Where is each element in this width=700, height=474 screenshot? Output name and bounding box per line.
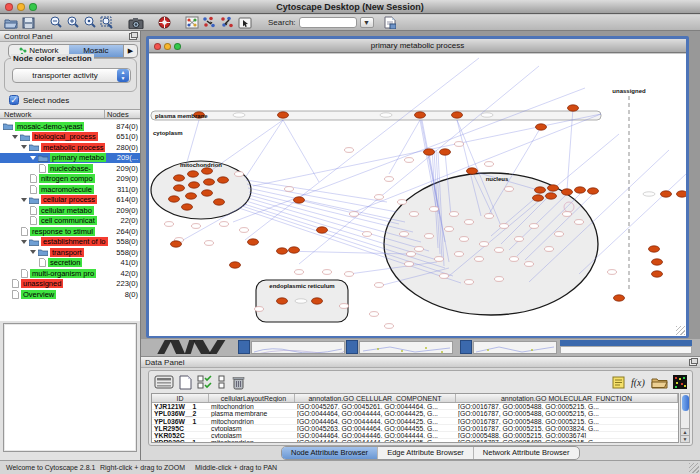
tree-row-multi-organism-pro[interactable]: multi-organism pro42(0) — [0, 268, 140, 279]
window-resize-grip[interactable] — [676, 326, 685, 335]
tab-overflow-arrow[interactable]: ▶ — [123, 45, 137, 57]
node-count: 651(0) — [116, 132, 138, 141]
zoom-fit-icon[interactable] — [100, 16, 114, 29]
matrix-icon[interactable] — [673, 375, 687, 389]
network-window-title-bar[interactable]: primary metabolic process — [149, 39, 686, 53]
background-window[interactable] — [473, 341, 557, 354]
annotation-icon[interactable] — [238, 16, 252, 29]
zoom-in-icon[interactable] — [66, 16, 80, 29]
table-row[interactable]: YKR052Ccytoplasm[GO:0044464, GO:0044446,… — [152, 432, 678, 439]
background-window[interactable] — [251, 341, 345, 354]
app-resize-grip[interactable] — [689, 463, 699, 473]
tab-edge-attribute-browser[interactable]: Edge Attribute Browser — [378, 447, 474, 459]
delete-attribute-icon[interactable] — [232, 375, 245, 390]
help-ring-icon[interactable] — [158, 16, 171, 29]
background-window[interactable] — [346, 340, 358, 354]
column-header[interactable]: annotation.GO MOLECULAR_FUNCTION — [456, 394, 678, 402]
background-window[interactable] — [560, 346, 692, 354]
search-input[interactable] — [299, 17, 357, 28]
search-dropdown-arrow[interactable]: ▼ — [360, 17, 374, 28]
save-icon[interactable] — [22, 16, 35, 29]
background-window[interactable] — [460, 340, 472, 354]
import-attributes-icon[interactable] — [651, 376, 668, 389]
tree-row-response-to-stimul[interactable]: response to stimul264(0) — [0, 226, 140, 237]
notes-icon[interactable] — [612, 375, 625, 389]
node-attribute-table[interactable]: ID_cellularLayoutRegionannotation.GO CEL… — [151, 393, 679, 443]
node-count: 41(0) — [120, 258, 138, 267]
background-window[interactable] — [359, 341, 453, 354]
attribute-table-icon[interactable] — [154, 375, 174, 389]
table-row[interactable]: YDR039C__1mitochondrion[GO:0044464, GO:0… — [152, 439, 678, 443]
tree-label: transport — [50, 248, 84, 257]
select-attributes-icon[interactable] — [197, 375, 212, 390]
layout-a-icon[interactable] — [202, 16, 217, 29]
new-attribute-icon[interactable] — [179, 375, 192, 390]
float-panel-icon[interactable] — [129, 33, 137, 40]
scrollbar-thumb[interactable] — [682, 395, 689, 411]
tree-row-biological-process[interactable]: biological_process651(0) — [0, 132, 140, 143]
table-scrollbar[interactable]: ▲ ▼ — [680, 393, 690, 443]
tree-row-nitrogen-compo[interactable]: nitrogen compo209(0) — [0, 174, 140, 185]
expand-arrow-icon[interactable] — [30, 156, 36, 160]
tree-row-primary-metabo[interactable]: primary metabo209(... — [0, 153, 140, 164]
tree-row-cell-communicat[interactable]: cell communicat22(0) — [0, 216, 140, 227]
table-row[interactable]: YJR121W__1mitochondrion[GO:0045267, GO:0… — [152, 403, 678, 410]
tab-network-attribute-browser[interactable]: Network Attribute Browser — [474, 447, 579, 459]
node-count: 874(0) — [116, 122, 138, 131]
background-window[interactable] — [209, 340, 226, 354]
gene-node — [255, 307, 264, 312]
tab-node-attribute-browser[interactable]: Node Attribute Browser — [282, 447, 378, 459]
expand-arrow-icon[interactable] — [21, 240, 27, 244]
tree-row-cellular-metabo[interactable]: cellular metabo209(0) — [0, 205, 140, 216]
node-color-dropdown[interactable]: transporter activity ▲▼ — [12, 68, 131, 83]
selected-gene-node — [171, 241, 182, 247]
network-overview-icon[interactable] — [185, 16, 199, 29]
tree-row-unassigned[interactable]: unassigned223(0) — [0, 279, 140, 290]
zoom-selected-icon[interactable] — [83, 16, 97, 29]
gene-node — [495, 277, 504, 282]
function-builder-icon[interactable]: f(x) — [630, 376, 646, 389]
expand-arrow-icon[interactable] — [12, 135, 18, 139]
tree-row-establishment-of-lo[interactable]: establishment of lo558(0) — [0, 237, 140, 248]
expand-arrow-icon[interactable] — [21, 145, 27, 149]
background-window[interactable] — [238, 340, 250, 354]
layout-b-icon[interactable] — [220, 16, 235, 29]
table-row[interactable]: YPL036W__1mitochondrion[GO:0044464, GO:0… — [152, 418, 678, 425]
import-doc-icon[interactable] — [384, 16, 396, 29]
expand-arrow-icon[interactable] — [21, 198, 27, 202]
expand-arrow-icon[interactable] — [30, 250, 36, 254]
zoom-out-icon[interactable] — [49, 16, 63, 29]
open-icon[interactable] — [4, 16, 19, 29]
tree-row-cellular-process[interactable]: cellular process614(0) — [0, 195, 140, 206]
select-nodes-checkbox[interactable]: ✓ — [9, 95, 19, 105]
tree-row-metabolic-process[interactable]: metabolic process280(0) — [0, 142, 140, 153]
birds-eye-view[interactable] — [3, 323, 137, 452]
column-header[interactable]: _cellularLayoutRegion — [209, 394, 295, 402]
control-panel-title: Control Panel — [4, 32, 52, 41]
snapshot-icon[interactable] — [128, 16, 144, 29]
tree-row-overview[interactable]: Overview8(0) — [0, 289, 140, 300]
gene-node — [440, 274, 449, 279]
scroll-down-icon[interactable]: ▼ — [681, 435, 689, 442]
gene-node — [295, 270, 304, 275]
file-icon — [39, 164, 46, 173]
tree-col-network[interactable]: Network — [0, 110, 104, 118]
unselect-attributes-icon[interactable] — [217, 375, 227, 390]
background-window[interactable] — [157, 340, 171, 354]
table-row[interactable]: YPL036W__2plasma membrane[GO:0044464, GO… — [152, 410, 678, 417]
column-header[interactable]: ID — [152, 394, 209, 402]
network-view-window[interactable]: primary metabolic process plasma membran… — [146, 36, 689, 338]
column-header[interactable]: annotation.GO CELLULAR_COMPONENT — [295, 394, 456, 402]
tree-row-secretion[interactable]: secretion41(0) — [0, 258, 140, 269]
tree-col-nodes[interactable]: Nodes — [104, 110, 140, 118]
float-panel-icon[interactable] — [689, 359, 697, 366]
table-row[interactable]: YLR295Ccytoplasm[GO:0045263, GO:0044464,… — [152, 425, 678, 432]
tree-row-mosaic-demo-yeast[interactable]: mosaic-demo-yeast874(0) — [0, 121, 140, 132]
tree-row-nucleobase-[interactable]: nucleobase-209(0) — [0, 163, 140, 174]
tree-label: cellular process — [41, 195, 97, 204]
tree-row-transport[interactable]: transport558(0) — [0, 247, 140, 258]
tree-row-macromolecule[interactable]: macromolecule311(0) — [0, 184, 140, 195]
scroll-up-icon[interactable]: ▲ — [681, 428, 689, 435]
background-window[interactable] — [170, 340, 185, 354]
network-canvas[interactable]: plasma membranecytoplasmmitochondrionnuc… — [149, 54, 686, 336]
